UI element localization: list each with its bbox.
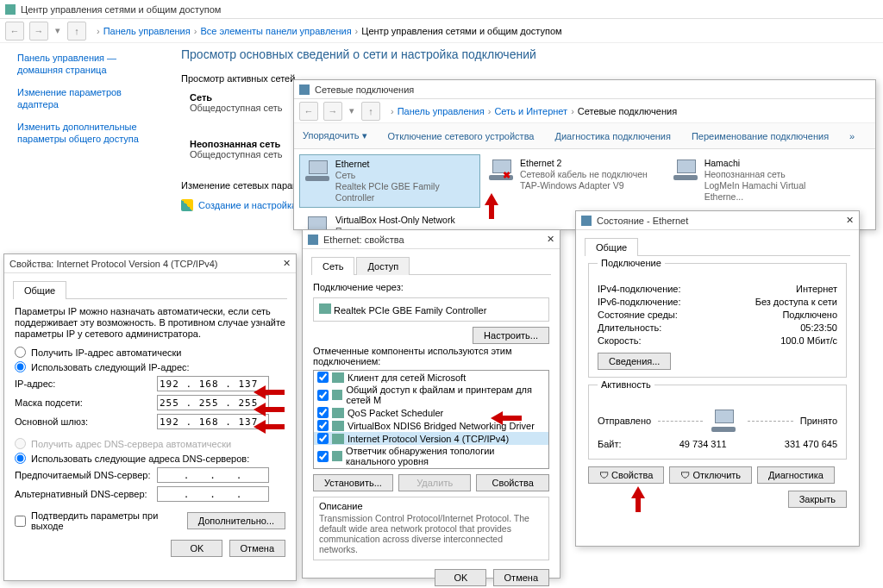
bytes-label: Байт: [598, 439, 622, 449]
diagnose-button[interactable]: Диагностика [757, 466, 835, 484]
connection-frame: Подключение IPv4-подключение:Интернет IP… [588, 263, 847, 378]
component-row[interactable]: Клиент для сетей Microsoft [314, 371, 548, 384]
breadcrumb: › Панель управления › Сеть и Интернет › … [391, 106, 677, 116]
description-box: Описание Transmission Control Protocol/I… [313, 497, 549, 560]
tab-general[interactable]: Общие [585, 238, 638, 256]
close-icon[interactable]: ✕ [547, 234, 554, 245]
crumb-1[interactable]: Все элементы панели управления [200, 26, 351, 36]
adapter-ethernet[interactable]: Ethernet Сеть Realtek PCIe GBE Family Co… [299, 154, 480, 208]
tab-strip: Сеть Доступ [311, 256, 551, 275]
tab-general[interactable]: Общие [13, 281, 66, 299]
component-check[interactable] [317, 390, 329, 401]
component-row-ipv4[interactable]: Internet Protocol Version 4 (TCP/IPv4) [314, 432, 548, 445]
component-check[interactable] [317, 468, 329, 469]
nav-adapter-settings[interactable]: Изменение параметров адаптера [17, 86, 164, 110]
component-row[interactable]: Ответчик обнаружения топологии канальног… [314, 445, 548, 467]
ipv4-label: IPv4-подключение: [598, 284, 681, 294]
details-button[interactable]: Сведения... [598, 353, 671, 370]
history-dropdown[interactable]: ▾ [53, 25, 62, 36]
sent-label: Отправлено [598, 416, 651, 426]
ipv6-value: Без доступа к сети [755, 297, 837, 307]
component-row[interactable]: Общий доступ к файлам и принтерам для се… [314, 384, 548, 406]
adapter-hamachi[interactable]: Hamachi Неопознанная сеть LogMeIn Hamach… [668, 154, 849, 208]
error-icon: ✖ [503, 170, 510, 181]
back-button[interactable]: ← [299, 102, 318, 121]
close-icon[interactable]: ✕ [283, 258, 291, 269]
component-check[interactable] [317, 407, 329, 418]
tab-strip: Общие [585, 237, 850, 256]
component-label: Internet Protocol Version 4 (TCP/IPv4) [348, 434, 509, 444]
ok-button[interactable]: OK [171, 540, 222, 557]
component-label: Клиент для сетей Microsoft [348, 372, 466, 383]
cancel-button[interactable]: Отмена [229, 540, 285, 557]
back-button[interactable]: ← [5, 22, 24, 41]
disable-device[interactable]: Отключение сетевого устройства [388, 131, 535, 141]
tab-access[interactable]: Доступ [356, 257, 410, 275]
duration-label: Длительность: [598, 322, 661, 333]
fwd-button[interactable]: → [323, 102, 342, 121]
close-button[interactable]: Закрыть [788, 491, 847, 508]
adapter-icon [672, 158, 699, 182]
dns1-input[interactable] [157, 467, 269, 483]
adapter-status: Неопознанная сеть [705, 169, 846, 180]
adapter-device: LogMeIn Hamachi Virtual Etherne... [705, 180, 846, 203]
sent-bytes: 49 734 311 [679, 439, 727, 449]
manual-dns-radio[interactable]: Использовать следующие адреса DNS-сервер… [15, 453, 285, 464]
auto-ip-radio[interactable]: Получить IP-адрес автоматически [15, 347, 285, 358]
close-icon[interactable]: ✕ [846, 215, 854, 226]
ok-button[interactable]: OK [435, 569, 486, 586]
arrange-menu[interactable]: Упорядочить ▾ [303, 130, 367, 141]
component-check[interactable] [317, 451, 329, 462]
tab-network[interactable]: Сеть [311, 257, 354, 275]
duration-value: 05:23:50 [800, 322, 837, 333]
rename[interactable]: Переименование подключения [692, 131, 829, 141]
component-label: Ответчик обнаружения топологии канальног… [346, 446, 545, 466]
ethernet-status-window: Состояние - Ethernet ✕ Общие Подключение… [575, 210, 860, 547]
cancel-button[interactable]: Отмена [493, 569, 549, 586]
page-heading: Просмотр основных сведений о сети и наст… [181, 47, 874, 61]
titlebar: Свойства: Internet Protocol Version 4 (T… [4, 254, 296, 273]
create-link-text[interactable]: Создание и настройка [198, 200, 297, 210]
properties-button[interactable]: 🛡 Свойства [588, 466, 664, 484]
titlebar: Ethernet: свойства ✕ [303, 230, 560, 249]
remove-button[interactable]: Удалить [398, 474, 472, 491]
app-icon [581, 216, 592, 226]
window-title: Состояние - Ethernet [597, 216, 688, 226]
component-check[interactable] [317, 433, 329, 444]
device-name: Realtek PCIe GBE Family Controller [334, 305, 486, 316]
component-row[interactable]: VirtualBox NDIS6 Bridged Networking Driv… [314, 419, 548, 432]
crumb-0[interactable]: Панель управления [398, 106, 485, 116]
nav-home[interactable]: Панель управления — домашняя страница [17, 52, 164, 76]
toolbar: ← → ▾ ↑ › Панель управления › Все элемен… [0, 19, 883, 43]
install-button[interactable]: Установить... [313, 474, 393, 491]
auto-dns-radio[interactable]: Получить адрес DNS-сервера автоматически [15, 438, 285, 449]
recv-bytes: 331 470 645 [785, 439, 837, 449]
nav-sharing[interactable]: Изменить дополнительные параметры общего… [17, 121, 164, 145]
up-button[interactable]: ↑ [361, 102, 380, 121]
manual-ip-radio[interactable]: Использовать следующий IP-адрес: [15, 361, 285, 372]
crumb-1[interactable]: Сеть и Интернет [494, 106, 567, 116]
component-check[interactable] [317, 372, 329, 383]
mask-label: Маска подсети: [15, 397, 157, 408]
gw-label: Основной шлюз: [15, 416, 157, 427]
advanced-button[interactable]: Дополнительно... [187, 512, 285, 529]
validate-checkbox[interactable]: Подтвердить параметры при выходе Дополни… [15, 510, 285, 531]
fwd-button[interactable]: → [29, 22, 48, 41]
adapter-name: Ethernet [335, 159, 476, 170]
dns2-input[interactable] [157, 486, 269, 502]
more[interactable]: » [849, 131, 855, 141]
activity-label: Активность [598, 379, 654, 390]
component-check[interactable] [317, 420, 329, 431]
component-row[interactable]: Microsoft Network Adapter Multiplexor Pr… [314, 467, 548, 469]
recv-label: Принято [800, 416, 837, 426]
disable-button[interactable]: 🛡 Отключить [669, 466, 752, 484]
crumb-0[interactable]: Панель управления [103, 26, 191, 36]
speed-label: Скорость: [598, 335, 642, 346]
diagnose[interactable]: Диагностика подключения [554, 131, 670, 141]
component-props-button[interactable]: Свойства [476, 474, 549, 491]
component-icon [332, 469, 344, 470]
adapter-ethernet2[interactable]: ✖ Ethernet 2 Сетевой кабель не подключен… [484, 154, 665, 208]
configure-button[interactable]: Настроить... [473, 327, 549, 344]
crumb-2: Центр управления сетями и общим доступом [361, 26, 561, 36]
up-button[interactable]: ↑ [67, 22, 86, 41]
